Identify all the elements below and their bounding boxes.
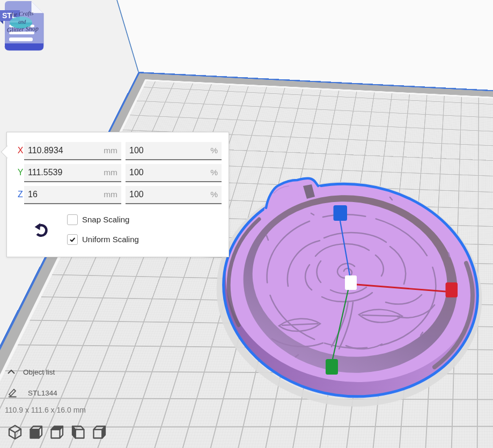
- svg-text:and: and: [18, 19, 26, 25]
